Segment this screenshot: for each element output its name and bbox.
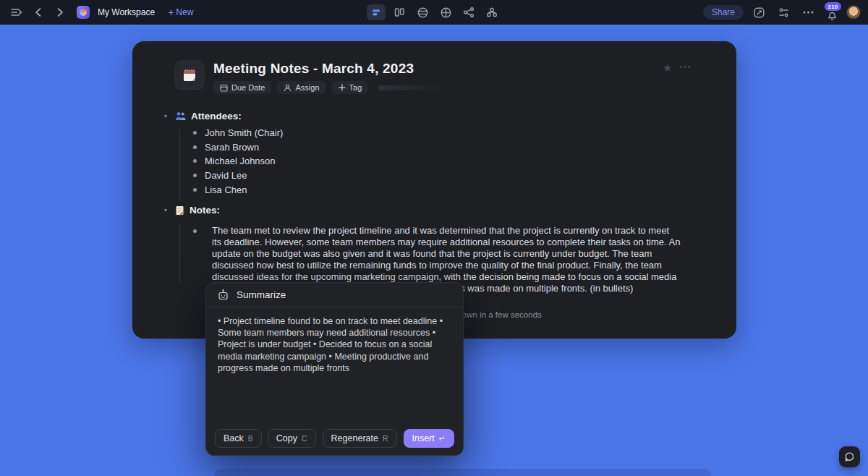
insert-shortcut: ↵ — [439, 434, 446, 443]
list-item[interactable]: David Lee — [193, 169, 283, 183]
more-options-icon[interactable] — [799, 4, 817, 20]
toolbar-left-group: My Workspace + New — [7, 0, 193, 25]
attendee-name: Sarah Brown — [205, 142, 259, 153]
table-view-icon[interactable] — [413, 4, 432, 20]
indent-guide-line — [179, 129, 180, 200]
comments-fab-button[interactable] — [839, 446, 860, 467]
attendees-section-header: ▾ Attendees: — [161, 111, 242, 122]
tag-chip-label: Tag — [349, 83, 362, 92]
people-emoji-icon — [175, 111, 186, 121]
share-button[interactable]: Share — [703, 5, 744, 20]
bullet-icon — [193, 174, 197, 177]
top-toolbar: My Workspace + New — [0, 0, 868, 25]
plus-icon — [339, 84, 346, 91]
indent-guide-line — [179, 224, 180, 284]
notifications-count-badge: 210 — [825, 2, 841, 11]
new-button[interactable]: + New — [168, 7, 193, 17]
attendee-name: Michael Johnson — [205, 156, 276, 166]
ai-summarize-popup: Summarize • Project timeline found to be… — [205, 282, 464, 456]
metadata-chip-row: Due Date Assign Tag — [213, 81, 439, 94]
calendar-emoji-icon — [180, 66, 199, 85]
notes-section-header: ▾ Notes: — [161, 205, 220, 216]
document-more-icon[interactable]: ••• — [680, 63, 692, 71]
ai-summary-text: • Project timeline found to be on track … — [206, 307, 463, 374]
notifications-bell-icon[interactable]: 210 — [823, 4, 841, 21]
sidebar-toggle-icon[interactable] — [7, 4, 26, 20]
pages-view-icon[interactable] — [390, 4, 409, 20]
share-graph-icon[interactable] — [459, 4, 478, 20]
speech-bubble-icon — [844, 451, 855, 462]
page-title[interactable]: Meeting Notes - March 4, 2023 — [213, 61, 414, 77]
popup-action-group: Copy C Regenerate R Insert ↵ — [268, 429, 454, 448]
loading-skeleton-bar — [378, 85, 439, 90]
collapse-triangle-icon[interactable]: ▾ — [161, 207, 170, 213]
bullet-icon — [193, 159, 197, 163]
new-button-label: New — [176, 7, 193, 17]
collapse-triangle-icon[interactable]: ▾ — [161, 113, 170, 119]
bullet-icon — [193, 145, 197, 149]
back-shortcut: B — [248, 434, 253, 443]
favorite-star-icon[interactable]: ★ — [663, 61, 672, 75]
document-icon-tile[interactable] — [174, 60, 205, 90]
copy-shortcut: C — [302, 434, 307, 443]
list-item[interactable]: Michael Johnson — [193, 154, 283, 169]
assign-chip[interactable]: Assign — [277, 81, 326, 94]
list-item[interactable]: Lisa Chen — [193, 182, 283, 197]
toolbar-right-group: Share — [703, 0, 861, 25]
blocks-view-icon[interactable] — [482, 4, 501, 20]
back-button[interactable]: Back B — [215, 429, 262, 448]
bullet-icon — [193, 229, 197, 233]
popup-footer: Back B Copy C Regenerate R Insert ↵ — [206, 422, 463, 455]
copy-button-label: Copy — [276, 433, 297, 443]
forward-icon[interactable] — [51, 4, 69, 20]
document-view-icon[interactable] — [367, 4, 386, 20]
attendees-list: John Smith (Chair) Sarah Brown Michael J… — [193, 126, 283, 197]
next-page-peek — [214, 469, 712, 476]
attendee-name: Lisa Chen — [205, 184, 247, 195]
regenerate-shortcut: R — [383, 434, 388, 443]
person-icon — [284, 84, 292, 92]
robot-icon — [217, 289, 229, 301]
user-avatar[interactable] — [846, 5, 861, 20]
occluded-status-text: rown in a few seconds — [459, 310, 542, 319]
toolbar-view-switcher — [367, 0, 501, 25]
memo-emoji-icon — [175, 205, 184, 216]
edit-icon[interactable] — [749, 4, 768, 20]
tag-chip[interactable]: Tag — [332, 81, 369, 94]
bullet-icon — [193, 188, 197, 192]
workspace-name[interactable]: My Workspace — [98, 7, 155, 17]
filter-settings-icon[interactable] — [774, 4, 793, 20]
attendee-name: David Lee — [205, 170, 247, 181]
board-view-icon[interactable] — [436, 4, 455, 20]
bullet-icon — [193, 131, 197, 135]
workspace-logo-icon[interactable] — [77, 6, 90, 19]
regenerate-button[interactable]: Regenerate R — [323, 429, 397, 448]
popup-header: Summarize — [206, 283, 463, 307]
insert-button-label: Insert — [412, 433, 435, 443]
assign-chip-label: Assign — [295, 83, 319, 92]
regenerate-button-label: Regenerate — [331, 433, 378, 443]
attendees-section-title[interactable]: Attendees: — [191, 111, 242, 122]
plus-icon: + — [168, 7, 174, 17]
copy-button[interactable]: Copy C — [268, 429, 316, 448]
notes-section-title[interactable]: Notes: — [190, 205, 220, 216]
due-date-chip-label: Due Date — [231, 83, 265, 92]
list-item[interactable]: John Smith (Chair) — [193, 126, 283, 140]
back-button-label: Back — [224, 433, 244, 443]
back-icon[interactable] — [29, 4, 48, 20]
attendee-name: John Smith (Chair) — [205, 127, 283, 138]
app-window: My Workspace + New — [0, 0, 868, 476]
insert-button[interactable]: Insert ↵ — [404, 429, 454, 448]
popup-title: Summarize — [237, 289, 286, 300]
calendar-icon — [220, 84, 228, 92]
list-item[interactable]: Sarah Brown — [193, 140, 283, 155]
due-date-chip[interactable]: Due Date — [213, 81, 271, 94]
